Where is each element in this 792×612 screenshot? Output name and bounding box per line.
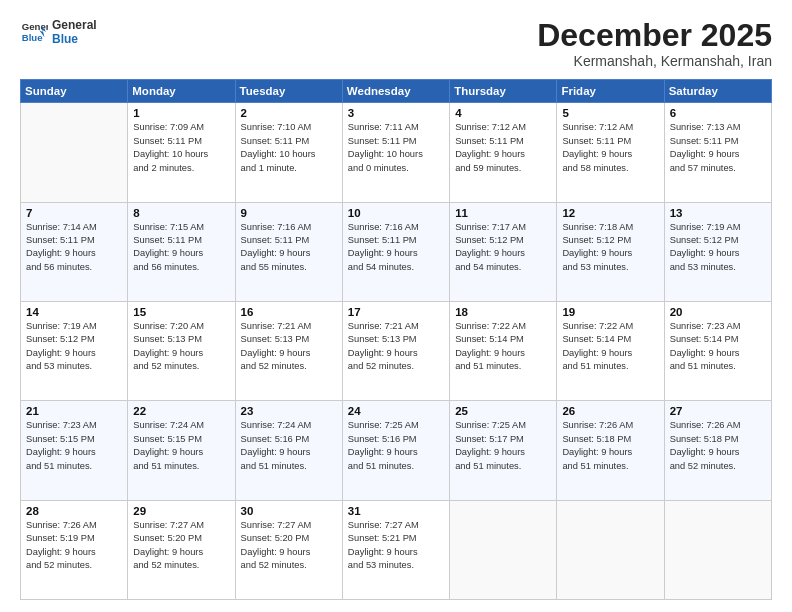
week-row-4: 21Sunrise: 7:23 AMSunset: 5:15 PMDayligh… <box>21 401 772 500</box>
logo-general: General <box>52 18 97 32</box>
day-info: Sunrise: 7:22 AMSunset: 5:14 PMDaylight:… <box>562 320 658 374</box>
day-number: 26 <box>562 405 658 417</box>
day-info: Sunrise: 7:23 AMSunset: 5:15 PMDaylight:… <box>26 419 122 473</box>
day-cell: 4Sunrise: 7:12 AMSunset: 5:11 PMDaylight… <box>450 103 557 202</box>
location: Kermanshah, Kermanshah, Iran <box>537 53 772 69</box>
logo-blue: Blue <box>52 32 97 46</box>
day-info: Sunrise: 7:14 AMSunset: 5:11 PMDaylight:… <box>26 221 122 275</box>
day-info: Sunrise: 7:15 AMSunset: 5:11 PMDaylight:… <box>133 221 229 275</box>
day-info: Sunrise: 7:12 AMSunset: 5:11 PMDaylight:… <box>455 121 551 175</box>
day-info: Sunrise: 7:12 AMSunset: 5:11 PMDaylight:… <box>562 121 658 175</box>
day-cell: 28Sunrise: 7:26 AMSunset: 5:19 PMDayligh… <box>21 500 128 599</box>
day-cell: 21Sunrise: 7:23 AMSunset: 5:15 PMDayligh… <box>21 401 128 500</box>
day-number: 27 <box>670 405 766 417</box>
day-number: 28 <box>26 505 122 517</box>
day-number: 13 <box>670 207 766 219</box>
day-cell <box>664 500 771 599</box>
day-number: 20 <box>670 306 766 318</box>
day-number: 5 <box>562 107 658 119</box>
day-number: 12 <box>562 207 658 219</box>
day-cell: 10Sunrise: 7:16 AMSunset: 5:11 PMDayligh… <box>342 202 449 301</box>
col-header-wednesday: Wednesday <box>342 80 449 103</box>
day-cell: 24Sunrise: 7:25 AMSunset: 5:16 PMDayligh… <box>342 401 449 500</box>
day-info: Sunrise: 7:27 AMSunset: 5:20 PMDaylight:… <box>133 519 229 573</box>
header: General Blue General Blue December 2025 … <box>20 18 772 69</box>
day-info: Sunrise: 7:24 AMSunset: 5:16 PMDaylight:… <box>241 419 337 473</box>
day-info: Sunrise: 7:17 AMSunset: 5:12 PMDaylight:… <box>455 221 551 275</box>
col-header-saturday: Saturday <box>664 80 771 103</box>
day-number: 7 <box>26 207 122 219</box>
day-cell: 5Sunrise: 7:12 AMSunset: 5:11 PMDaylight… <box>557 103 664 202</box>
day-number: 31 <box>348 505 444 517</box>
logo-icon: General Blue <box>20 18 48 46</box>
day-cell: 11Sunrise: 7:17 AMSunset: 5:12 PMDayligh… <box>450 202 557 301</box>
title-block: December 2025 Kermanshah, Kermanshah, Ir… <box>537 18 772 69</box>
day-cell: 15Sunrise: 7:20 AMSunset: 5:13 PMDayligh… <box>128 301 235 400</box>
calendar-table: SundayMondayTuesdayWednesdayThursdayFrid… <box>20 79 772 600</box>
day-cell: 3Sunrise: 7:11 AMSunset: 5:11 PMDaylight… <box>342 103 449 202</box>
day-number: 30 <box>241 505 337 517</box>
day-info: Sunrise: 7:11 AMSunset: 5:11 PMDaylight:… <box>348 121 444 175</box>
day-info: Sunrise: 7:13 AMSunset: 5:11 PMDaylight:… <box>670 121 766 175</box>
day-cell: 13Sunrise: 7:19 AMSunset: 5:12 PMDayligh… <box>664 202 771 301</box>
day-number: 14 <box>26 306 122 318</box>
day-number: 10 <box>348 207 444 219</box>
month-title: December 2025 <box>537 18 772 53</box>
day-info: Sunrise: 7:18 AMSunset: 5:12 PMDaylight:… <box>562 221 658 275</box>
day-info: Sunrise: 7:16 AMSunset: 5:11 PMDaylight:… <box>241 221 337 275</box>
day-info: Sunrise: 7:10 AMSunset: 5:11 PMDaylight:… <box>241 121 337 175</box>
day-info: Sunrise: 7:25 AMSunset: 5:16 PMDaylight:… <box>348 419 444 473</box>
header-row: SundayMondayTuesdayWednesdayThursdayFrid… <box>21 80 772 103</box>
week-row-3: 14Sunrise: 7:19 AMSunset: 5:12 PMDayligh… <box>21 301 772 400</box>
day-info: Sunrise: 7:27 AMSunset: 5:20 PMDaylight:… <box>241 519 337 573</box>
day-number: 23 <box>241 405 337 417</box>
day-info: Sunrise: 7:20 AMSunset: 5:13 PMDaylight:… <box>133 320 229 374</box>
col-header-sunday: Sunday <box>21 80 128 103</box>
day-cell <box>21 103 128 202</box>
day-number: 11 <box>455 207 551 219</box>
week-row-1: 1Sunrise: 7:09 AMSunset: 5:11 PMDaylight… <box>21 103 772 202</box>
day-number: 21 <box>26 405 122 417</box>
day-cell: 30Sunrise: 7:27 AMSunset: 5:20 PMDayligh… <box>235 500 342 599</box>
week-row-2: 7Sunrise: 7:14 AMSunset: 5:11 PMDaylight… <box>21 202 772 301</box>
day-cell: 16Sunrise: 7:21 AMSunset: 5:13 PMDayligh… <box>235 301 342 400</box>
day-number: 22 <box>133 405 229 417</box>
day-cell <box>450 500 557 599</box>
day-cell: 1Sunrise: 7:09 AMSunset: 5:11 PMDaylight… <box>128 103 235 202</box>
day-info: Sunrise: 7:22 AMSunset: 5:14 PMDaylight:… <box>455 320 551 374</box>
day-number: 29 <box>133 505 229 517</box>
day-number: 3 <box>348 107 444 119</box>
day-cell: 12Sunrise: 7:18 AMSunset: 5:12 PMDayligh… <box>557 202 664 301</box>
col-header-friday: Friday <box>557 80 664 103</box>
day-info: Sunrise: 7:19 AMSunset: 5:12 PMDaylight:… <box>26 320 122 374</box>
day-number: 15 <box>133 306 229 318</box>
day-number: 24 <box>348 405 444 417</box>
day-number: 1 <box>133 107 229 119</box>
day-number: 2 <box>241 107 337 119</box>
day-info: Sunrise: 7:19 AMSunset: 5:12 PMDaylight:… <box>670 221 766 275</box>
col-header-thursday: Thursday <box>450 80 557 103</box>
day-cell: 6Sunrise: 7:13 AMSunset: 5:11 PMDaylight… <box>664 103 771 202</box>
day-number: 19 <box>562 306 658 318</box>
day-info: Sunrise: 7:21 AMSunset: 5:13 PMDaylight:… <box>348 320 444 374</box>
day-cell: 17Sunrise: 7:21 AMSunset: 5:13 PMDayligh… <box>342 301 449 400</box>
day-info: Sunrise: 7:25 AMSunset: 5:17 PMDaylight:… <box>455 419 551 473</box>
week-row-5: 28Sunrise: 7:26 AMSunset: 5:19 PMDayligh… <box>21 500 772 599</box>
logo: General Blue General Blue <box>20 18 97 47</box>
day-info: Sunrise: 7:26 AMSunset: 5:18 PMDaylight:… <box>562 419 658 473</box>
day-cell: 20Sunrise: 7:23 AMSunset: 5:14 PMDayligh… <box>664 301 771 400</box>
day-info: Sunrise: 7:16 AMSunset: 5:11 PMDaylight:… <box>348 221 444 275</box>
day-cell: 23Sunrise: 7:24 AMSunset: 5:16 PMDayligh… <box>235 401 342 500</box>
day-info: Sunrise: 7:24 AMSunset: 5:15 PMDaylight:… <box>133 419 229 473</box>
day-info: Sunrise: 7:26 AMSunset: 5:19 PMDaylight:… <box>26 519 122 573</box>
day-cell: 9Sunrise: 7:16 AMSunset: 5:11 PMDaylight… <box>235 202 342 301</box>
day-number: 17 <box>348 306 444 318</box>
day-number: 4 <box>455 107 551 119</box>
page: General Blue General Blue December 2025 … <box>0 0 792 612</box>
day-cell: 14Sunrise: 7:19 AMSunset: 5:12 PMDayligh… <box>21 301 128 400</box>
day-number: 25 <box>455 405 551 417</box>
day-info: Sunrise: 7:09 AMSunset: 5:11 PMDaylight:… <box>133 121 229 175</box>
day-cell: 19Sunrise: 7:22 AMSunset: 5:14 PMDayligh… <box>557 301 664 400</box>
day-cell <box>557 500 664 599</box>
day-info: Sunrise: 7:27 AMSunset: 5:21 PMDaylight:… <box>348 519 444 573</box>
